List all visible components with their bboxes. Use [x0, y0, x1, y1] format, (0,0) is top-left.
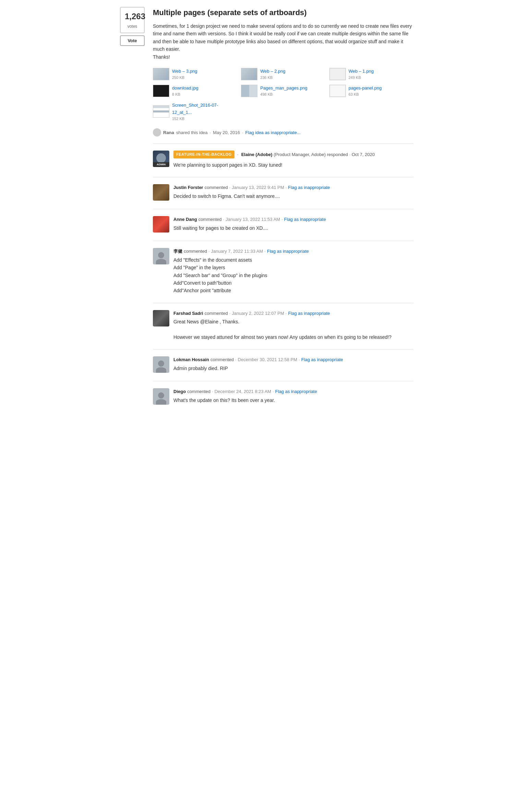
attachment-size: 8 KB [172, 92, 198, 97]
comment-meta-3: 李健 commented · January 7, 2022 11:33 AM … [173, 248, 413, 255]
attachment-thumb [241, 85, 257, 97]
flag-link-1[interactable]: Flag as inappropriate [288, 184, 330, 191]
comment-body-4: Farshad Sadri commented · January 2, 202… [173, 310, 413, 341]
attachment-item[interactable]: Pages_man_pages.png 498 KB [241, 84, 325, 97]
comment-action-3: commented [184, 248, 207, 255]
shared-action: shared this idea [176, 129, 208, 136]
comment-action-1: commented [205, 184, 228, 191]
comment-date-6: December 24, 2021 8:23 AM [215, 388, 271, 395]
attachment-thumb [153, 68, 169, 80]
divider [153, 143, 413, 144]
avatar-person-5 [153, 356, 169, 373]
dot-separator: · [286, 184, 287, 191]
attachment-item[interactable]: download.jpg 8 KB [153, 84, 237, 97]
comment-meta-4: Farshad Sadri commented · January 2, 202… [173, 310, 413, 317]
comment-text-5: Admin probably died. RIP [173, 365, 413, 372]
comment-author-5: Lokman Hossain [173, 356, 209, 363]
vote-box: 1,263 votes [120, 7, 145, 33]
attachment-name[interactable]: Web – 3.png [172, 69, 197, 74]
comment-4: Farshad Sadri commented · January 2, 202… [153, 310, 413, 341]
attachment-info: Web – 3.png 250 KB [172, 68, 197, 81]
comment-text-3: Add "Effects" in the document assets Add… [173, 256, 413, 295]
vote-button[interactable]: Vote [120, 35, 145, 46]
avatar-head [158, 360, 164, 367]
shared-avatar [153, 128, 161, 136]
attachment-info: Web – 1.png 249 KB [349, 68, 374, 81]
comment-meta-1: Justin Forster commented · January 13, 2… [173, 184, 413, 191]
comment-action-4: commented [205, 310, 228, 317]
attachment-name[interactable]: Screen_Shot_2016-07-12_at_1... [172, 103, 218, 115]
admin-avatar: ADMIN [153, 151, 169, 167]
attachment-info: download.jpg 8 KB [172, 84, 198, 97]
admin-badge-content: FEATURE-IN-THE-BACKLOG · Elaine (Adobe) … [173, 151, 375, 169]
attachment-item[interactable]: Web – 1.png 249 KB [329, 68, 413, 81]
divider [153, 241, 413, 241]
flag-link-6[interactable]: Flag as inappropriate [275, 388, 317, 395]
content-section: Multiple pages (separate sets of artboar… [153, 7, 413, 413]
dot-separator: · [299, 356, 300, 363]
attachment-name[interactable]: Web – 2.png [260, 69, 285, 74]
admin-responder: Elaine (Adobe) (Product Manager, Adobe) … [241, 151, 375, 158]
attachment-thumb [329, 85, 346, 97]
attachment-name[interactable]: Pages_man_pages.png [260, 85, 307, 91]
attachment-size: 498 KB [260, 92, 307, 97]
attachment-info: Screen_Shot_2016-07-12_at_1... 152 KB [172, 102, 237, 122]
admin-date: Oct 7, 2020 [352, 152, 375, 157]
dot-separator: · [235, 356, 237, 363]
divider [153, 303, 413, 303]
comment-body-1: Justin Forster commented · January 13, 2… [173, 184, 413, 201]
dot-separator: · [264, 248, 266, 255]
flag-link-3[interactable]: Flag as inappropriate [267, 248, 309, 255]
attachment-size: 250 KB [172, 75, 197, 81]
divider [153, 349, 413, 349]
attachment-info: Pages_man_pages.png 498 KB [260, 84, 307, 97]
flag-link-2[interactable]: Flag as inappropriate [284, 216, 326, 223]
attachment-item[interactable]: Web – 3.png 250 KB [153, 68, 237, 81]
divider [153, 209, 413, 209]
dot-separator: · [273, 388, 274, 395]
admin-response-text: We're planning to support pages in XD. S… [173, 161, 375, 169]
attachment-info: Web – 2.png 236 KB [260, 68, 285, 81]
idea-title: Multiple pages (separate sets of artboar… [153, 7, 413, 18]
comment-meta-6: Diego commented · December 24, 2021 8:23… [173, 388, 413, 395]
flag-link-5[interactable]: Flag as inappropriate [301, 356, 343, 363]
idea-description: Sometimes, for 1 design project we need … [153, 22, 413, 61]
comment-1: Justin Forster commented · January 13, 2… [153, 184, 413, 201]
dot-separator: · [208, 248, 210, 255]
attachment-item[interactable]: Screen_Shot_2016-07-12_at_1... 152 KB [153, 102, 237, 122]
admin-label: ADMIN [153, 162, 169, 167]
shared-date: May 20, 2016 [213, 129, 240, 136]
attachment-size: 249 KB [349, 75, 374, 81]
comment-meta-2: Anne Dang commented · January 13, 2022 1… [173, 216, 413, 223]
comment-author-1: Justin Forster [173, 184, 203, 191]
comment-avatar-6 [153, 388, 169, 405]
divider [153, 177, 413, 177]
attachment-size: 236 KB [260, 75, 285, 81]
attachment-thumb [329, 68, 346, 80]
comment-avatar-farshad [153, 310, 169, 326]
comment-body-6: Diego commented · December 24, 2021 8:23… [173, 388, 413, 405]
comment-avatar-justin [153, 184, 169, 201]
comment-date-1: January 13, 2022 9:41 PM [232, 184, 284, 191]
attachment-thumb [153, 85, 169, 97]
comment-author-4: Farshad Sadri [173, 310, 203, 317]
comment-2: Anne Dang commented · January 13, 2022 1… [153, 216, 413, 233]
comment-text-6: What's the update on this? Its been over… [173, 396, 413, 404]
attachment-name[interactable]: pages-panel.png [349, 85, 382, 91]
avatar-body [156, 367, 166, 373]
attachment-item[interactable]: pages-panel.png 63 KB [329, 84, 413, 97]
attachment-name[interactable]: download.jpg [172, 85, 198, 91]
comment-author-3: 李健 [173, 248, 182, 255]
dot-separator: · [349, 152, 351, 157]
shared-info: Rana shared this idea · May 20, 2016 · F… [153, 128, 413, 136]
flag-link-4[interactable]: Flag as inappropriate [288, 310, 330, 317]
dot-separator: · [229, 184, 231, 191]
vote-label: votes [128, 24, 137, 29]
dot-separator: · [286, 310, 287, 317]
attachment-name[interactable]: Web – 1.png [349, 69, 374, 74]
attachment-item[interactable]: Web – 2.png 236 KB [241, 68, 325, 81]
flag-idea-link[interactable]: Flag idea as inappropriate... [245, 129, 301, 136]
dot-separator: · [281, 216, 283, 223]
avatar-body [156, 399, 166, 405]
attachment-info: pages-panel.png 63 KB [349, 84, 382, 97]
